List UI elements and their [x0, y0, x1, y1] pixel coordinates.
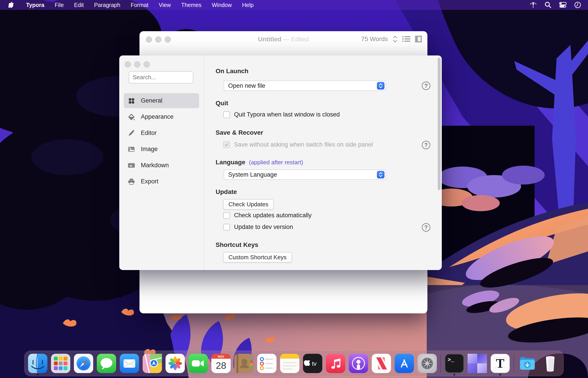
menu-item-help[interactable]: Help [242, 2, 253, 8]
apple-logo-icon[interactable] [8, 1, 16, 9]
sidebar-item-image[interactable]: Image [124, 142, 199, 157]
dock: NOV 28 [24, 351, 564, 376]
menu-item-view[interactable]: View [159, 2, 171, 8]
sidebar-item-appearance[interactable]: Appearance [124, 109, 199, 124]
menu-item-paragraph[interactable]: Paragraph [94, 2, 120, 8]
finder-icon [28, 354, 47, 373]
preferences-sidebar: General Appearance Editor Image [119, 55, 204, 270]
menu-item-themes[interactable]: Themes [181, 2, 201, 8]
trash-icon [541, 354, 560, 373]
dock-item-trash[interactable] [541, 354, 560, 373]
dock-item-notes[interactable] [280, 354, 299, 373]
dock-item-reminders[interactable] [257, 354, 277, 373]
dock-item-facetime[interactable] [188, 354, 208, 373]
on-launch-dropdown[interactable]: Open new file [224, 81, 386, 91]
notes-icon [280, 354, 299, 373]
dock-item-downloads[interactable] [518, 354, 537, 373]
menu-item-edit[interactable]: Edit [74, 2, 84, 8]
dock-item-typora[interactable]: T [490, 354, 510, 373]
dock-item-tv[interactable]: tv [303, 354, 322, 373]
custom-shortcut-keys-button[interactable]: Custom Shortcut Keys [223, 252, 292, 263]
dock-item-messages[interactable] [97, 354, 116, 373]
running-indicator [37, 374, 39, 376]
general-grid-icon [128, 97, 135, 104]
wifi-warning-icon[interactable] [529, 1, 537, 9]
dock-item-calendar[interactable]: NOV 28 [211, 354, 231, 373]
outline-list-icon[interactable] [402, 36, 410, 42]
app-store-icon [395, 354, 414, 373]
search-icon[interactable] [544, 1, 552, 9]
dock-item-finder[interactable] [28, 354, 47, 373]
sidebar-item-editor[interactable]: Editor [124, 125, 199, 140]
dock-separator [513, 354, 514, 372]
dock-separator [440, 354, 441, 372]
sidebar-panel-icon[interactable] [415, 35, 422, 43]
word-count-stepper-icon[interactable] [392, 35, 398, 43]
dropdown-stepper-icon [377, 171, 385, 178]
sidebar-item-label: Editor [141, 130, 157, 136]
dock-item-news[interactable] [372, 354, 391, 373]
on-launch-dropdown-value: Open new file [224, 82, 265, 89]
calendar-icon: NOV 28 [211, 354, 231, 373]
photos-icon [166, 354, 185, 373]
facetime-icon [188, 354, 208, 373]
section-title-shortcut-keys: Shortcut Keys [216, 241, 258, 248]
dock-item-launchpad[interactable] [51, 354, 70, 373]
preferences-window: General Appearance Editor Image [119, 55, 442, 270]
dock-item-music[interactable] [326, 354, 345, 373]
help-icon[interactable]: ? [422, 223, 430, 232]
word-count[interactable]: 75 Words [361, 35, 388, 43]
dock-item-maps[interactable] [143, 354, 162, 373]
sidebar-item-label: Markdown [141, 162, 169, 169]
sidebar-item-general[interactable]: General [124, 93, 199, 108]
search-input[interactable] [129, 71, 193, 83]
sidebar-item-export[interactable]: Export [124, 174, 199, 189]
dock-item-safari[interactable] [74, 354, 93, 373]
dock-item-image-preview[interactable] [468, 354, 487, 373]
sidebar-item-markdown[interactable]: M↓ Markdown [124, 158, 199, 173]
save-recover-checkbox-row: Save without asking when switch files on… [223, 141, 373, 148]
quit-checkbox[interactable] [223, 111, 230, 118]
image-preview-icon [468, 354, 487, 373]
podcasts-icon [349, 354, 368, 373]
help-icon[interactable]: ? [422, 141, 430, 149]
language-dropdown-value: System Language [224, 171, 277, 178]
help-icon[interactable]: ? [422, 81, 430, 90]
svg-text:28: 28 [216, 360, 226, 371]
auto-update-checkbox[interactable] [223, 212, 230, 219]
section-title-save-recover: Save & Recover [216, 129, 263, 136]
dock-item-podcasts[interactable] [349, 354, 368, 373]
running-indicator [499, 374, 501, 376]
launchpad-icon [51, 354, 70, 373]
dock-item-photos[interactable] [166, 354, 185, 373]
menu-bar: Typora File Edit Paragraph Format View T… [0, 0, 588, 10]
menu-item-window[interactable]: Window [212, 2, 232, 8]
running-indicator [453, 374, 455, 376]
menu-app-name[interactable]: Typora [26, 2, 44, 8]
printer-icon [128, 178, 135, 185]
dock-item-contacts[interactable] [234, 354, 253, 373]
svg-text:tv: tv [312, 360, 316, 367]
dock-item-terminal[interactable]: >_ [445, 354, 464, 373]
svg-text:NOV: NOV [218, 355, 224, 358]
dock-item-app-store[interactable] [395, 354, 414, 373]
dropdown-stepper-icon [377, 82, 385, 90]
document-titlebar: Untitled — Edited 75 Words [140, 31, 427, 47]
dev-version-checkbox[interactable] [223, 224, 230, 230]
dock-item-system-settings[interactable] [418, 354, 437, 373]
dock-item-mail[interactable] [120, 354, 139, 373]
language-dropdown[interactable]: System Language [224, 169, 386, 180]
scrollbar-thumb[interactable] [438, 58, 441, 190]
dev-version-checkbox-row: Update to dev version [223, 224, 293, 230]
terminal-icon: >_ [445, 354, 464, 373]
clock-icon[interactable] [574, 1, 582, 9]
check-updates-button[interactable]: Check Updates [223, 199, 274, 210]
quit-checkbox-label: Quit Typora when last window is closed [234, 111, 340, 118]
section-title-update: Update [216, 188, 237, 196]
svg-text:>_: >_ [448, 357, 454, 363]
document-title-name: Untitled [258, 36, 281, 43]
menu-item-file[interactable]: File [55, 2, 64, 8]
control-center-icon[interactable] [559, 1, 567, 9]
svg-text:M↓: M↓ [130, 164, 133, 167]
menu-item-format[interactable]: Format [131, 2, 148, 8]
